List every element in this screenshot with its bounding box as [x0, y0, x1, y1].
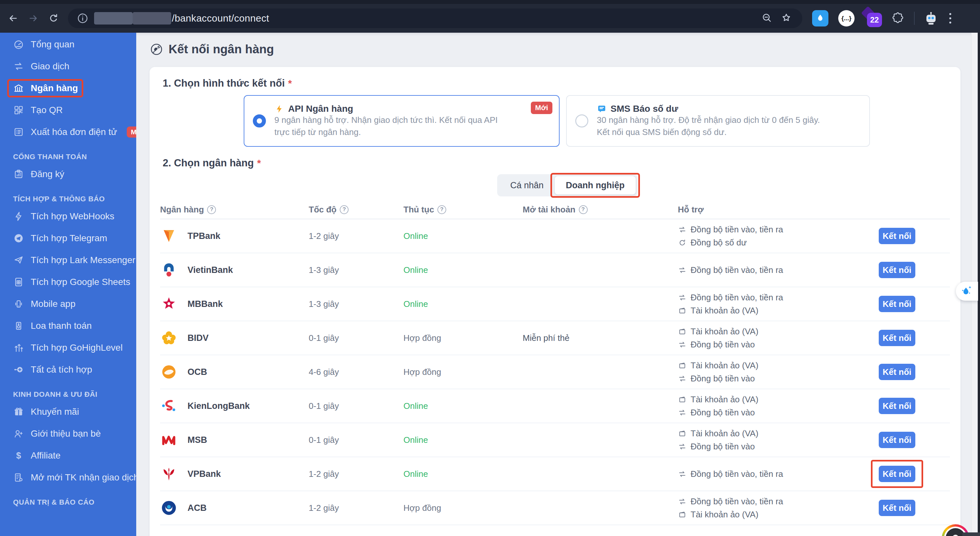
- help-icon[interactable]: ?: [207, 205, 216, 214]
- zoom-icon[interactable]: [761, 12, 772, 24]
- telegram-icon: [13, 233, 24, 244]
- support-item: Đồng bộ tiền vào, tiền ra: [678, 292, 869, 303]
- dollar-icon: $: [13, 450, 24, 461]
- mobile-icon: [13, 298, 24, 309]
- sidebar-item-mobile-app[interactable]: Mobile app: [0, 293, 136, 315]
- tab-doanh-nghi-p[interactable]: Doanh nghiệp: [555, 176, 636, 195]
- sidebar-item-gi-i-thi-u-b-n-b-[interactable]: Giới thiệu bạn bè: [0, 423, 136, 445]
- tab-c-nh-n[interactable]: Cá nhân: [499, 176, 555, 195]
- menu-kebab-icon[interactable]: [947, 11, 953, 26]
- bookmark-star-icon[interactable]: [781, 12, 792, 24]
- support-item: Tài khoản ảo (VA): [678, 305, 869, 316]
- window-edge: [978, 33, 980, 536]
- droplet-assistant-button[interactable]: [956, 282, 978, 301]
- sidebar-item-khuy-n-m-i[interactable]: Khuyến mãi: [0, 401, 136, 423]
- connect-button[interactable]: Kết nối: [879, 296, 915, 312]
- sidebar-item-xu-t-h-a-n-i-n-t-[interactable]: Xuất hóa đơn điện tử Mới: [0, 121, 136, 143]
- sidebar-item-t-ch-h-p-telegram[interactable]: Tích hợp Telegram: [0, 227, 136, 249]
- sidebar-item-t-ch-h-p-webhooks[interactable]: Tích hợp WebHooks: [0, 205, 136, 227]
- support-item: Đồng bộ tiền vào: [678, 338, 869, 350]
- sidebar-item-t-o-qr[interactable]: Tạo QR: [0, 99, 136, 121]
- extensions-puzzle-icon[interactable]: [892, 11, 904, 25]
- redacted-domain: [94, 12, 133, 24]
- sidebar-item-t-ch-h-p-gohighlevel[interactable]: Tích hợp GoHighLevel: [0, 337, 136, 359]
- help-icon[interactable]: ?: [579, 205, 588, 214]
- bank-name: TPBank: [188, 231, 221, 241]
- connect-button[interactable]: Kết nối: [879, 262, 915, 278]
- bank-account-open: Miễn phí thẻ: [523, 333, 678, 343]
- connection-option-api[interactable]: API Ngân hàng 9 ngân hàng hỗ trợ. Nhận g…: [244, 95, 560, 147]
- connect-button[interactable]: Kết nối: [879, 398, 915, 414]
- sidebar-item-affiliate[interactable]: $ Affiliate: [0, 445, 136, 466]
- reload-icon[interactable]: [46, 11, 61, 26]
- help-icon[interactable]: ?: [340, 205, 348, 214]
- extension-counter-icon[interactable]: 22: [864, 10, 882, 27]
- sidebar-section-header: CỔNG THANH TOÁN: [13, 153, 136, 161]
- support-item: Đồng bộ tiền vào, tiền ra: [678, 264, 869, 276]
- bank-procedure: Online: [403, 299, 523, 309]
- required-asterisk: *: [288, 78, 292, 89]
- new-badge: Mới: [127, 126, 136, 137]
- va-icon: [678, 306, 687, 315]
- plug-plus-icon: [13, 364, 24, 375]
- sidebar-item-t-ch-h-p-google-sheets[interactable]: Tích hợp Google Sheets: [0, 271, 136, 293]
- help-icon[interactable]: ?: [438, 205, 446, 214]
- connect-button[interactable]: Kết nối: [879, 466, 915, 482]
- account-type-tabs: Cá nhânDoanh nghiệp: [497, 174, 638, 196]
- bank-procedure: Online: [403, 265, 523, 275]
- connect-button[interactable]: Kết nối: [879, 330, 915, 346]
- speaker-icon: [13, 320, 24, 332]
- connection-option-sms[interactable]: SMS Báo số dư 30 ngân hàng hỗ trợ. Độ tr…: [566, 95, 870, 147]
- svg-text:$: $: [16, 450, 21, 460]
- bank-speed: 0-1 giây: [309, 435, 403, 445]
- sidebar-item-t-t-c-t-ch-h-p[interactable]: Tất cả tích hợp: [0, 359, 136, 380]
- va-icon: [678, 510, 687, 519]
- bank-speed: 1-2 giây: [309, 231, 403, 241]
- connect-button[interactable]: Kết nối: [879, 228, 915, 244]
- sidebar-item-m-m-i-tk-nh-n-giao-d-ch[interactable]: Mở mới TK nhận giao dịch: [0, 466, 136, 488]
- sync-icon: [678, 266, 687, 274]
- sheet-icon: [13, 276, 24, 288]
- connect-button[interactable]: Kết nối: [879, 364, 915, 380]
- bank-procedure: Online: [403, 435, 523, 445]
- page-title: Kết nối ngân hàng: [169, 43, 274, 56]
- support-item: Tài khoản ảo (VA): [678, 359, 869, 371]
- sidebar-item-t-ng-quan[interactable]: Tổng quan: [0, 34, 136, 55]
- sidebar-item-loa-thanh-to-n[interactable]: Loa thanh toán: [0, 315, 136, 337]
- sidebar: Tổng quan Giao dịch Ngân hàng Tạo QR Xuấ…: [0, 33, 136, 536]
- option-description: 30 ngân hàng hỗ trợ. Độ trễ nhận giao dị…: [597, 115, 820, 137]
- forward-icon[interactable]: [26, 11, 40, 26]
- column-header: Ngân hàng?: [160, 204, 309, 215]
- url-bar[interactable]: /bankaccount/connect: [68, 8, 802, 28]
- connect-button[interactable]: Kết nối: [879, 500, 915, 516]
- sidebar-item--ng-k-[interactable]: Đăng ký: [0, 163, 136, 185]
- support-item: Tài khoản ảo (VA): [678, 394, 869, 405]
- option-description: 9 ngân hàng hỗ trợ. Nhận giao dịch tức t…: [274, 115, 498, 137]
- radio-button[interactable]: [575, 114, 588, 128]
- bank-speed: 1-3 giây: [309, 299, 403, 309]
- bank-table-header: Ngân hàng?Tốc độ?Thủ tục?Mở tài khoản?Hỗ…: [160, 200, 950, 219]
- site-info-icon[interactable]: [76, 12, 89, 24]
- radio-button[interactable]: [253, 114, 266, 128]
- content-card: 1. Chọn hình thức kết nối* API Ngân hàng…: [150, 67, 960, 536]
- recorder-core-icon: [952, 535, 959, 536]
- bank-row-vietinbank: VietinBank 1-3 giây Online Đồng bộ tiền …: [160, 253, 950, 287]
- sync-icon: [678, 442, 687, 451]
- sidebar-item-ng-n-h-ng[interactable]: Ngân hàng: [0, 77, 136, 99]
- building-plus-icon: [13, 472, 24, 483]
- bank-supports: Đồng bộ tiền vào, tiền raTài khoản ảo (V…: [678, 496, 869, 520]
- bank-procedure: Online: [403, 231, 523, 241]
- sidebar-section-header: QUẢN TRỊ & BÁO CÁO: [13, 498, 136, 507]
- main-content: Kết nối ngân hàng 1. Chọn hình thức kết …: [136, 33, 971, 536]
- back-icon[interactable]: [6, 11, 20, 26]
- extension-braces-icon[interactable]: {...}: [838, 10, 854, 27]
- connect-button[interactable]: Kết nối: [879, 432, 915, 448]
- bank-speed: 1-2 giây: [309, 503, 403, 513]
- sidebar-item-giao-d-ch[interactable]: Giao dịch: [0, 55, 136, 77]
- extension-droplet-icon[interactable]: [812, 10, 829, 27]
- bank-row-mbbank: MBBank 1-3 giây Online Đồng bộ tiền vào,…: [160, 287, 950, 321]
- bank-table-body: TPBank 1-2 giây Online Đồng bộ tiền vào,…: [160, 219, 950, 525]
- profile-avatar[interactable]: [923, 10, 939, 26]
- sidebar-item-t-ch-h-p-lark-messenger[interactable]: Tích hợp Lark Messenger: [0, 249, 136, 271]
- support-item: Đồng bộ tiền vào, tiền ra: [678, 468, 869, 480]
